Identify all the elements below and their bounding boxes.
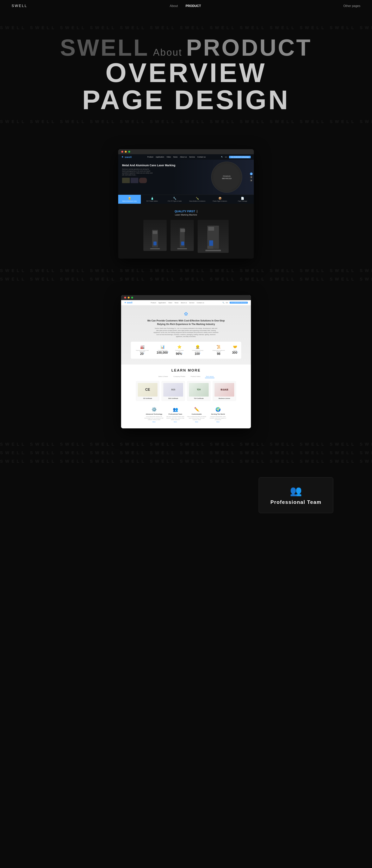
watermark-6: SWELL SWELL SWELL SWELL SWELL SWELL SWEL… bbox=[0, 448, 372, 457]
arrow-down[interactable]: ▼ bbox=[250, 176, 252, 179]
m2-stat-experience-value: 20+ bbox=[134, 352, 151, 355]
m2-headline: We Can Provide Customers With Cost-Effec… bbox=[127, 319, 245, 326]
machine-large-box bbox=[207, 246, 213, 249]
m2-tab-video[interactable]: Product Video bbox=[190, 375, 201, 378]
m2-cert-ce-img: CE bbox=[138, 383, 158, 397]
tab-plastic-containers[interactable]: 📦 Plastic Rigid Containers bbox=[209, 194, 231, 204]
site-nav-right: 🔍 EN +86-15166220070 (WhatsApp) bbox=[221, 156, 251, 158]
thumb-2 bbox=[131, 178, 138, 183]
tab-glass-bottles[interactable]: 🍾 Glass Bottles & Containers bbox=[186, 194, 209, 204]
m2-stat-praise-icon: ⭐ bbox=[175, 345, 184, 349]
nav-aboutus-link[interactable]: About us bbox=[180, 156, 187, 158]
hero-title-row: SWELL About PRODUCT bbox=[0, 36, 372, 59]
pro-team-icon: 👥 bbox=[270, 485, 322, 496]
m2-nav-application[interactable]: Application bbox=[158, 302, 166, 304]
m2-tab-sales[interactable]: Sales & News bbox=[158, 375, 169, 378]
nav-about[interactable]: About bbox=[170, 4, 178, 8]
machine-base-2 bbox=[177, 248, 187, 249]
nav-news-link[interactable]: News bbox=[173, 156, 178, 158]
nav-application-link[interactable]: Application bbox=[156, 156, 164, 158]
tab-pvc-icon: 🔧 bbox=[164, 197, 185, 200]
tab-metal-cans[interactable]: 🥫 Metal & Aluminum Cans bbox=[118, 194, 141, 204]
m2-advanced-more[interactable]: More bbox=[144, 421, 164, 423]
browser-dot-yellow bbox=[125, 151, 127, 153]
m2-company-desc: Suzhou Swell Laser Technology Co., Ltd. … bbox=[153, 328, 219, 338]
mockup1-container: ✦ swell Product Application Video News A… bbox=[0, 142, 372, 267]
m2-cert-sgs-img: SGS bbox=[163, 383, 183, 397]
m2-logo: ✦ swell bbox=[124, 301, 133, 304]
tab-plastic-icon: 📦 bbox=[209, 197, 231, 200]
m2-cert-tuv-img: TÜV bbox=[189, 383, 209, 397]
machine-base-1 bbox=[150, 248, 160, 249]
m2-stat-employee-label: Professional technical employee bbox=[190, 350, 205, 352]
arrow-down-2[interactable]: ▼ bbox=[250, 179, 252, 182]
m2-features-row: ⚙️ Advanced Technology In the inkjet pri… bbox=[125, 404, 247, 425]
tab-glass-label: Glass Bottles & Containers bbox=[189, 200, 206, 202]
tab-metal-icon: 🥫 bbox=[119, 197, 140, 200]
m2-search-icon[interactable]: 🔍 bbox=[223, 302, 224, 304]
m2-nav-links: Product Application Video News About us … bbox=[151, 302, 204, 304]
tab-pvc-pipes[interactable]: 🔧 PVC PP Pipes & Cable bbox=[163, 194, 186, 204]
m2-team-more[interactable]: More bbox=[166, 421, 185, 423]
m2-advanced-desc: In the inkjet printer industry, the tech… bbox=[144, 416, 164, 421]
pro-team-card: 👥 Professional Team bbox=[259, 477, 333, 513]
m2-cert-cards: CE CE Certificate SGS SGS Certificate TÜ… bbox=[125, 381, 247, 401]
m2-stats-row: 🏭 Experience in laser mark application 2… bbox=[131, 342, 241, 359]
tab-paper-package[interactable]: 📄 Paper Package bbox=[231, 194, 254, 204]
m2-stat-sales-icon: 📊 bbox=[157, 345, 169, 349]
tab-plastic-label: Plastic Rigid Containers bbox=[213, 200, 227, 202]
m2-feature-advanced: ⚙️ Advanced Technology In the inkjet pri… bbox=[144, 407, 164, 423]
m2-nav-contact[interactable]: Contact us bbox=[197, 302, 204, 304]
m2-nav-news[interactable]: News bbox=[175, 302, 178, 304]
machine-large-monitor bbox=[208, 227, 214, 231]
other-pages-link[interactable]: Other pages bbox=[343, 4, 360, 8]
hero-page-design: PAGE DESIGN bbox=[0, 86, 372, 114]
m2-flower-row: ✿ bbox=[127, 311, 245, 317]
mockup1-browser: ✦ swell Product Application Video News A… bbox=[118, 149, 254, 259]
m2-advanced-icon: ⚙️ bbox=[144, 407, 164, 412]
tab-pet-bottles[interactable]: 🧴 PET Plastic Bottles bbox=[141, 194, 164, 204]
search-icon[interactable]: 🔍 bbox=[221, 156, 223, 158]
m2-stat-partner-value: 300+ bbox=[232, 351, 238, 354]
m2-stat-sales-label: Accumulated sales bbox=[157, 350, 169, 351]
m2-team-desc: We have a strong production team deserve… bbox=[166, 416, 185, 421]
m2-world-title: Serving The World bbox=[208, 413, 228, 415]
m2-nav-service[interactable]: Service bbox=[189, 302, 195, 304]
nav-product[interactable]: PRODUCT bbox=[185, 4, 201, 8]
lang-label: EN bbox=[225, 156, 227, 158]
m2-cert-biz-label: Business License bbox=[214, 398, 234, 399]
nav-service-link[interactable]: Service bbox=[189, 156, 195, 158]
browser-dot-red-2 bbox=[124, 297, 126, 299]
whatsapp-button[interactable]: +86-15166220070 (WhatsApp) bbox=[229, 156, 251, 158]
arrow-up[interactable]: ▲ bbox=[250, 173, 252, 175]
hero-section: SWELL SWELL SWELL SWELL SWELL SWELL SWEL… bbox=[0, 12, 372, 142]
m2-learn-tabs: Sales & News Company Photos Product Vide… bbox=[125, 375, 247, 378]
hero-banner-1: Metal And Aluminum Cans Laser Marking Al… bbox=[118, 160, 254, 194]
tab-paper-icon: 📄 bbox=[232, 197, 253, 200]
m2-world-more[interactable]: More bbox=[208, 421, 228, 423]
m2-whatsapp-btn[interactable]: +86-15166220070 (WhatsApp) bbox=[230, 302, 248, 304]
m2-learn-title: LEARN MORE bbox=[125, 368, 247, 372]
quality-first-label: QUALITY FIRST bbox=[175, 210, 195, 213]
tab-metal-label: Metal & Aluminum Cans bbox=[122, 200, 137, 202]
m2-custom-more[interactable]: More bbox=[187, 421, 206, 423]
m2-stat-praise-label: Customer praise rate bbox=[175, 350, 184, 352]
machine-1 bbox=[143, 220, 167, 251]
m2-stat-sales: 📊 Accumulated sales 100,000+ bbox=[157, 345, 169, 355]
m2-stat-praise-value: 96%+ bbox=[175, 352, 184, 355]
m2-cert-sgs: SGS SGS Certificate bbox=[162, 381, 185, 401]
m2-nav-product[interactable]: Product bbox=[151, 302, 156, 304]
hero-about: About bbox=[153, 47, 182, 58]
m2-stat-employee-value: 100+ bbox=[190, 352, 205, 355]
nav-product-link[interactable]: Product bbox=[147, 156, 153, 158]
nav-contact-link[interactable]: Contact us bbox=[197, 156, 206, 158]
laser-machines bbox=[122, 220, 250, 253]
m2-tab-company[interactable]: Company Photos bbox=[173, 375, 186, 378]
m2-tab-honor[interactable]: Tech Honor bbox=[205, 375, 214, 378]
m2-nav-video[interactable]: Video bbox=[168, 302, 172, 304]
m2-world-icon: 🌍 bbox=[208, 407, 228, 412]
m2-nav-aboutus[interactable]: About us bbox=[181, 302, 187, 304]
m2-cert-ce: CE CE Certificate bbox=[136, 381, 159, 401]
m2-about-section: ✿ We Can Provide Customers With Cost-Eff… bbox=[121, 305, 251, 365]
nav-video-link[interactable]: Video bbox=[166, 156, 171, 158]
